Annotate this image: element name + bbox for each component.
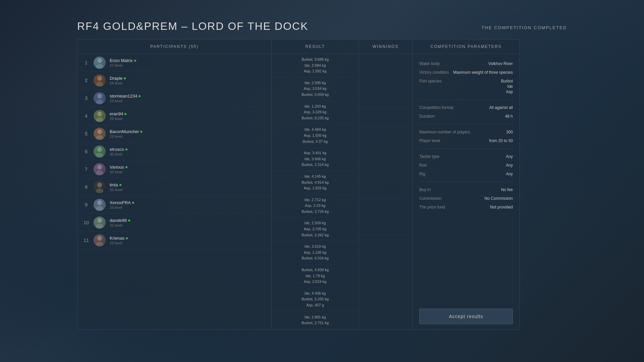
competition-params-panel: COMPETITION PARAMETERS Water body Volkho…	[413, 39, 520, 330]
participant-row: 3 storrieian123423 level	[77, 89, 271, 107]
online-dot	[128, 220, 130, 222]
winnings-cell	[359, 144, 412, 163]
participant-name: BaconMuncher	[110, 129, 266, 134]
avatar	[94, 163, 106, 175]
winnings-cell	[359, 199, 412, 217]
result-cell: Ide, 4.484 kg Asp, 1.936 kg Burbot, 4.37…	[272, 124, 359, 147]
prize-fund-value: Not provided	[490, 205, 513, 209]
duration-row: Duration 48 h	[419, 112, 513, 121]
svg-point-20	[97, 236, 102, 241]
fish-species-item: Burbot	[501, 79, 513, 83]
fish-species-row: Fish species BurbotIdeAsp	[419, 77, 513, 96]
player-level-row: Player level from 20 to 50	[419, 136, 513, 145]
participant-name: etrusco	[110, 147, 266, 152]
winnings-panel: WINNINGS	[359, 39, 413, 330]
participant-info: Krienas23 level	[110, 236, 266, 245]
fish-species-label: Fish species	[419, 79, 442, 83]
result-cell: Ide, 2.509 kg Asp, 3.705 kg Burbot, 2.26…	[272, 218, 359, 241]
participant-name: XenoxFRA	[110, 200, 266, 205]
participant-rank: 2	[83, 78, 90, 83]
participant-level: 27 level	[110, 63, 266, 67]
rod-value: Any	[506, 163, 513, 168]
winnings-cell	[359, 108, 412, 126]
rod-label: Rod	[419, 163, 427, 168]
rig-label: Rig	[419, 172, 425, 176]
commission-label: Commission	[419, 196, 441, 201]
online-dot	[125, 148, 127, 150]
online-dot	[139, 95, 141, 97]
svg-point-21	[96, 242, 103, 246]
participant-row: 8 tinta31 level	[77, 178, 271, 196]
participant-level: 24 level	[110, 81, 266, 85]
winnings-header: WINNINGS	[359, 40, 412, 54]
participant-info: Enzo Matrix27 level	[110, 58, 266, 67]
result-cell: Ide, 2.881 kg Burbot, 2.751 kg	[272, 311, 359, 329]
avatar	[94, 92, 106, 104]
participant-info: Draple24 level	[110, 76, 266, 85]
svg-point-0	[97, 58, 102, 63]
participant-info: eran9429 level	[110, 111, 266, 121]
participant-name: eran94	[110, 111, 266, 116]
prize-fund-row: The prize fund Not provided	[419, 203, 513, 212]
result-panel: RESULT Burbot, 9.686 kg Ide, 3.984 kg As…	[272, 39, 359, 330]
participant-level: 31 level	[110, 223, 266, 227]
winnings-cell	[359, 163, 412, 181]
participant-info: storrieian123423 level	[110, 94, 266, 103]
svg-point-13	[96, 171, 103, 175]
svg-point-17	[96, 206, 103, 211]
participant-info: tinta31 level	[110, 182, 266, 192]
participant-rank: 6	[83, 149, 90, 154]
rod-row: Rod Any	[419, 161, 513, 170]
online-dot	[132, 202, 134, 204]
avatar	[94, 234, 106, 246]
fish-species-values: BurbotIdeAsp	[501, 79, 513, 94]
commission-row: Commission No Commission	[419, 194, 513, 203]
svg-point-5	[96, 100, 103, 104]
svg-point-16	[97, 200, 102, 205]
participant-name: Draple	[110, 76, 266, 81]
participant-row: 4 eran9429 level	[77, 107, 271, 125]
result-header: RESULT	[272, 40, 359, 54]
svg-point-11	[96, 153, 103, 158]
participant-level: 25 level	[110, 205, 266, 209]
participant-rank: 9	[83, 202, 90, 207]
participant-row: 5 BaconMuncher23 level	[77, 125, 271, 143]
svg-point-14	[97, 183, 102, 187]
rig-row: Rig Any	[419, 170, 513, 178]
participant-row: 9 XenoxFRA25 level	[77, 196, 271, 214]
participant-name: storrieian1234	[110, 94, 266, 99]
fish-species-item: Asp	[506, 89, 513, 94]
winnings-cell	[359, 217, 412, 235]
commission-value: No Commission	[484, 196, 513, 201]
participant-level: 33 level	[110, 170, 266, 174]
participant-info: etrusco30 level	[110, 147, 266, 156]
result-cell: Ide, 1.203 kg Asp, 3.329 kg Burbot, 8.23…	[272, 101, 359, 124]
svg-point-15	[96, 188, 103, 193]
max-players-value: 300	[506, 130, 513, 134]
water-body-label: Water body	[419, 61, 440, 66]
participant-row: 2 Draple24 level	[77, 72, 271, 89]
online-dot	[134, 60, 136, 62]
duration-value: 48 h	[505, 114, 513, 119]
participant-rank: 10	[83, 220, 90, 225]
participant-name: Krienas	[110, 236, 266, 241]
result-cell: Ide, 3.619 kg Asp, 1.106 kg Burbot, 6.32…	[272, 241, 359, 264]
participant-row: 6 etrusco30 level	[77, 143, 271, 161]
online-dot	[119, 184, 121, 186]
result-cell: Asp, 3.401 kg Ide, 3.666 kg Burbot, 2.31…	[272, 147, 359, 171]
svg-point-7	[96, 117, 103, 122]
tackle-type-value: Any	[506, 154, 513, 159]
svg-point-4	[97, 94, 102, 99]
participant-rank: 11	[83, 238, 90, 243]
rig-value: Any	[506, 172, 513, 176]
participant-name: Enzo Matrix	[110, 58, 266, 63]
divider-1	[419, 100, 513, 100]
participant-info: Various33 level	[110, 165, 266, 174]
competition-format-value: All against all	[489, 105, 513, 110]
avatar	[94, 74, 106, 86]
svg-point-10	[97, 147, 102, 152]
participant-level: 23 level	[110, 134, 266, 138]
online-dot	[126, 237, 128, 239]
accept-results-button[interactable]: Accept results	[419, 309, 513, 324]
avatar	[94, 110, 106, 122]
